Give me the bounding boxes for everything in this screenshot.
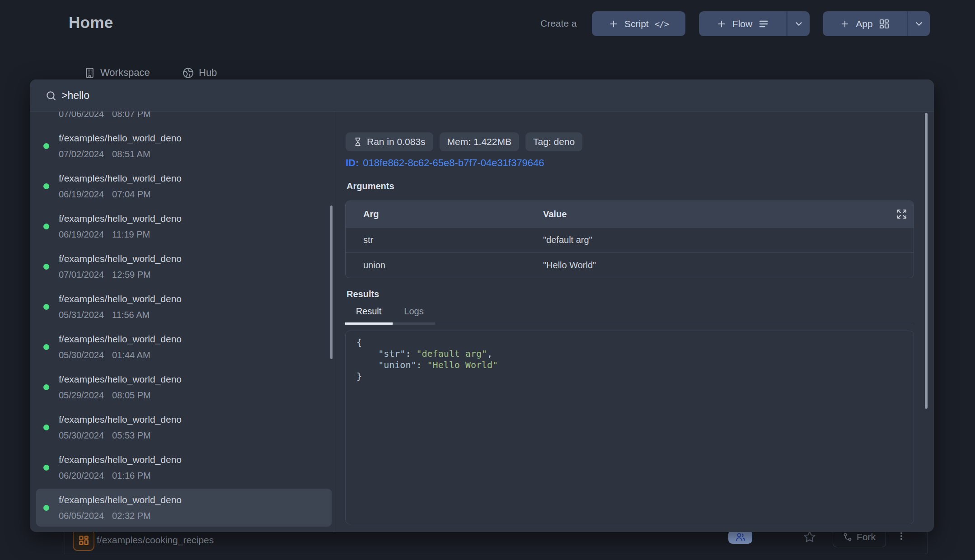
- run-datetime: 07/01/202412:59 PM: [59, 269, 325, 280]
- results-title: Results: [347, 289, 379, 299]
- users-badge: [728, 530, 752, 544]
- git-branch-icon: [843, 532, 852, 541]
- tab-hub[interactable]: Hub: [183, 67, 217, 79]
- search-input[interactable]: [61, 79, 911, 111]
- run-datetime: 06/20/202401:16 PM: [59, 470, 325, 481]
- run-datetime: 05/31/202411:56 AM: [59, 309, 325, 321]
- column-header-arg: Arg: [346, 209, 543, 219]
- arguments-title: Arguments: [347, 181, 394, 191]
- chevron-down-icon: [794, 19, 804, 29]
- create-script-label: Script: [624, 19, 649, 29]
- run-item[interactable]: f/examples/hello_world_deno07/01/202412:…: [30, 247, 334, 287]
- page-title: Home: [69, 14, 113, 32]
- run-path: f/examples/hello_world_deno: [59, 252, 325, 265]
- run-item[interactable]: f/examples/hello_world_deno06/19/202411:…: [30, 206, 334, 247]
- run-path: f/examples/hello_world_deno: [59, 172, 325, 185]
- run-item[interactable]: f/examples/hello_world_deno07/02/202408:…: [30, 126, 334, 166]
- detail-scrollbar[interactable]: [925, 113, 928, 409]
- tag-badge: Tag: deno: [525, 132, 582, 151]
- run-id-link[interactable]: ID:018fe862-8c62-65e8-b7f7-04e31f379646: [346, 157, 544, 169]
- tag-label: Tag: deno: [533, 136, 575, 147]
- run-datetime: 05/29/202408:05 PM: [59, 389, 325, 401]
- duration-label: Ran in 0.083s: [367, 136, 426, 147]
- flow-list-icon: [758, 19, 769, 29]
- result-json: { "str": "default arg", "union": "Hello …: [356, 337, 903, 382]
- create-flow-label: Flow: [732, 19, 752, 29]
- success-dot: [43, 143, 49, 149]
- divider: [345, 324, 914, 324]
- run-path: f/examples/hello_world_deno: [59, 132, 325, 145]
- run-datetime: 06/19/202411:19 PM: [59, 229, 325, 240]
- search-icon: [45, 90, 57, 102]
- run-path: f/examples/hello_world_deno: [59, 413, 325, 426]
- plus-icon: [609, 19, 619, 29]
- create-app-label: App: [856, 19, 872, 29]
- argument-name: str: [346, 235, 543, 245]
- run-path: f/examples/hello_world_deno: [59, 373, 325, 386]
- run-path: f/examples/hello_world_deno: [59, 453, 325, 466]
- run-datetime: 07/02/202408:51 AM: [59, 148, 325, 160]
- run-item[interactable]: f/examples/hello_world_deno06/05/202402:…: [30, 488, 334, 528]
- runs-scrollbar[interactable]: [330, 205, 333, 359]
- run-item[interactable]: f/examples/hello_world_deno06/19/202407:…: [30, 166, 334, 206]
- success-dot: [43, 465, 49, 471]
- success-dot: [43, 425, 49, 430]
- run-item[interactable]: f/examples/hello_world_deno06/20/202401:…: [30, 448, 334, 488]
- success-dot: [43, 304, 49, 310]
- run-path: f/examples/hello_world_deno: [59, 212, 325, 225]
- run-item[interactable]: f/examples/hello_world_deno05/31/202411:…: [30, 287, 334, 327]
- result-tabs: Result Logs: [345, 306, 435, 325]
- code-icon: </>: [655, 19, 669, 29]
- windmill-home-screen: Home Create a Script </> Flow App Worksp…: [0, 0, 975, 560]
- divider: [334, 112, 334, 532]
- app-path: f/examples/cooking_recipes: [97, 535, 214, 546]
- run-datetime: 07/06/202408:07 PM: [59, 112, 325, 120]
- run-item[interactable]: f/examples/hello_world_deno05/29/202408:…: [30, 367, 334, 407]
- row-divider: [65, 554, 927, 554]
- runs-list: f/examples/hello_world_deno07/06/202408:…: [30, 112, 334, 532]
- building-icon: [84, 67, 95, 79]
- run-path: f/examples/hello_world_deno: [59, 333, 325, 345]
- expand-icon[interactable]: [896, 209, 907, 219]
- create-app-dropdown[interactable]: [907, 11, 930, 36]
- run-badges: Ran in 0.083s Mem: 1.422MB Tag: deno: [346, 132, 582, 151]
- success-dot: [43, 264, 49, 270]
- run-item[interactable]: f/examples/hello_world_deno05/30/202401:…: [30, 327, 334, 367]
- globe-icon: [183, 67, 194, 79]
- run-datetime: 05/30/202401:44 AM: [59, 349, 325, 361]
- tab-result[interactable]: Result: [345, 306, 393, 325]
- column-header-value: Value: [543, 209, 567, 219]
- search-bar: [30, 79, 934, 111]
- argument-value: "default arg": [543, 235, 592, 245]
- duration-badge: Ran in 0.083s: [346, 132, 433, 151]
- run-datetime: 06/19/202407:04 PM: [59, 188, 325, 200]
- command-palette: f/examples/hello_world_deno07/06/202408:…: [30, 79, 934, 532]
- create-a-label: Create a: [540, 18, 577, 29]
- plus-icon: [840, 19, 850, 29]
- create-app-button[interactable]: App: [823, 11, 907, 36]
- users-icon: [735, 532, 746, 542]
- hourglass-icon: [353, 137, 362, 146]
- create-flow-button[interactable]: Flow: [699, 11, 787, 36]
- argument-value: "Hello World": [543, 260, 596, 271]
- run-item[interactable]: f/examples/hello_world_deno07/06/202408:…: [30, 112, 334, 126]
- create-flow-dropdown[interactable]: [787, 11, 810, 36]
- chevron-down-icon: [914, 19, 924, 29]
- success-dot: [43, 224, 49, 229]
- run-path: f/examples/hello_world_deno: [59, 293, 325, 305]
- arguments-table: Arg Value str"default arg"union"Hello Wo…: [345, 201, 914, 278]
- argument-row: str"default arg": [346, 227, 914, 252]
- run-item[interactable]: f/examples/hello_world_deno05/30/202405:…: [30, 407, 334, 448]
- id-value: 018fe862-8c62-65e8-b7f7-04e31f379646: [363, 157, 544, 168]
- run-datetime: 05/30/202405:53 PM: [59, 429, 325, 441]
- app-grid-icon: [879, 19, 890, 29]
- tab-logs[interactable]: Logs: [393, 306, 435, 325]
- favorite-star-icon[interactable]: [803, 530, 816, 543]
- id-label: ID:: [346, 157, 359, 168]
- result-json-panel: { "str": "default arg", "union": "Hello …: [345, 331, 914, 524]
- create-script-button[interactable]: Script </>: [592, 11, 685, 36]
- success-dot: [43, 344, 49, 350]
- tab-workspace[interactable]: Workspace: [84, 67, 150, 79]
- fork-label: Fork: [857, 532, 876, 542]
- arguments-table-header: Arg Value: [346, 201, 914, 227]
